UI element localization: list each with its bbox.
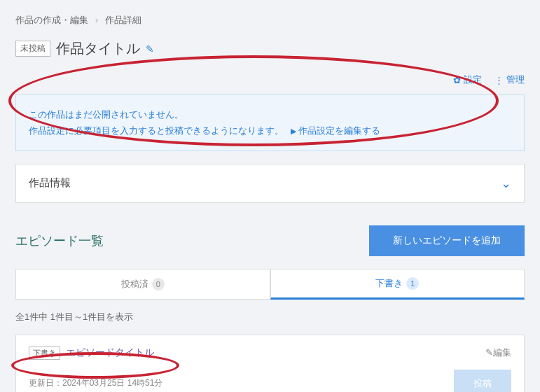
breadcrumb-current: 作品詳細 [105, 15, 141, 25]
chevron-down-icon: ⌄ [501, 176, 511, 191]
tab-posted-label: 投稿済 [121, 278, 148, 290]
episode-edit-label: 編集 [493, 347, 511, 358]
episode-title[interactable]: エピソードタイトル [66, 346, 154, 359]
episode-draft-badge: 下書き [29, 346, 60, 360]
breadcrumb-sep: › [95, 15, 98, 25]
manage-label: 管理 [506, 74, 525, 86]
notice-link-text: 作品設定を編集する [298, 125, 380, 136]
page-title: 作品タイトル [56, 39, 140, 58]
episode-header: エピソード一覧 新しいエピソードを追加 [15, 225, 525, 256]
settings-link[interactable]: ✿ 設定 [453, 74, 482, 86]
episode-edit-link[interactable]: ✎編集 [485, 346, 511, 359]
episodes-heading: エピソード一覧 [15, 232, 104, 249]
notice-edit-link[interactable]: ▶ 作品設定を編集する [291, 125, 381, 136]
notice-box: この作品はまだ公開されていません。 作品設定に必要項目を入力すると投稿できるよう… [15, 94, 525, 151]
gear-icon: ✿ [453, 75, 461, 85]
tab-posted[interactable]: 投稿済 0 [15, 269, 270, 300]
caret-right-icon: ▶ [291, 127, 296, 135]
top-actions: ✿ 設定 ⋮ 管理 [15, 74, 525, 86]
notice-line1: この作品はまだ公開されていません。 [29, 106, 511, 122]
tab-draft-label: 下書き [375, 277, 403, 290]
tab-posted-count: 0 [152, 278, 165, 290]
info-panel-label: 作品情報 [29, 176, 71, 190]
tab-draft-count: 1 [406, 277, 419, 290]
title-row: 未投稿 作品タイトル ✎ [15, 39, 525, 58]
episode-submit-button[interactable]: 投稿 [454, 370, 511, 392]
add-episode-button[interactable]: 新しいエピソードを追加 [369, 225, 525, 256]
settings-label: 設定 [464, 74, 482, 86]
notice-line2: 作品設定に必要項目を入力すると投稿できるようになります。 [29, 125, 284, 136]
notice-line2-wrap: 作品設定に必要項目を入力すると投稿できるようになります。 ▶ 作品設定を編集する [29, 122, 511, 139]
pencil-icon: ✎ [485, 347, 493, 358]
result-text: 全1件中 1件目～1件目を表示 [15, 311, 525, 323]
pencil-icon[interactable]: ✎ [146, 43, 154, 55]
tabs: 投稿済 0 下書き 1 [15, 269, 525, 300]
episode-card: 下書き エピソードタイトル ✎編集 更新日：2024年03月25日 14時51分… [15, 335, 525, 392]
manage-link[interactable]: ⋮ 管理 [494, 74, 525, 86]
breadcrumb: 作品の作成・編集 › 作品詳細 [15, 14, 525, 27]
status-badge: 未投稿 [15, 41, 50, 57]
episode-meta: 更新日：2024年03月25日 14時51分 [29, 377, 162, 389]
dots-icon: ⋮ [494, 75, 504, 85]
info-panel[interactable]: 作品情報 ⌄ [15, 164, 525, 203]
breadcrumb-parent[interactable]: 作品の作成・編集 [15, 15, 88, 25]
tab-draft[interactable]: 下書き 1 [270, 269, 525, 300]
